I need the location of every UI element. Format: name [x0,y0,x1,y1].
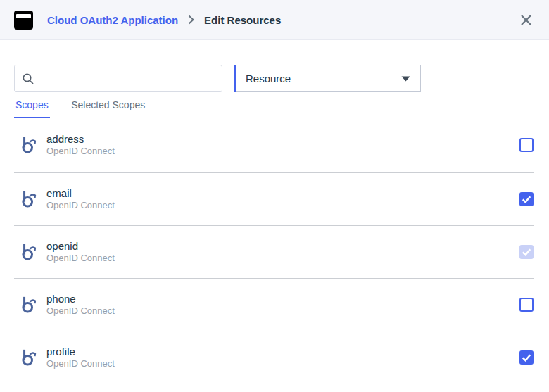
tabs-bar: Scopes Selected Scopes [14,99,534,118]
scope-row: email OpenID Connect [14,173,534,226]
resource-select-accent-bar [234,65,236,92]
scope-text: profile OpenID Connect [46,346,115,369]
search-box [14,65,222,92]
search-icon [22,72,34,85]
caret-down-icon [401,76,410,82]
scope-name: address [46,133,115,146]
scope-name: email [46,187,115,200]
scope-checkbox [519,245,534,259]
scope-name: profile [46,346,115,358]
page-title: Edit Resources [204,14,281,26]
scope-checkbox[interactable] [519,350,534,365]
resource-select[interactable]: Resource [234,65,421,92]
scope-text: phone OpenID Connect [46,293,115,317]
scope-provider: OpenID Connect [46,305,115,317]
scope-checkbox[interactable] [519,298,534,312]
scope-text: openid OpenID Connect [46,240,115,264]
app-window-icon-bar [16,14,31,18]
scope-name: openid [46,240,115,253]
tab-selected-scopes[interactable]: Selected Scopes [70,99,146,118]
close-button[interactable] [517,11,535,29]
dialog-header: Cloud OAuth2 Application Edit Resources [0,0,549,40]
scopes-list: address OpenID Connect email OpenID Conn… [14,117,534,384]
openid-connect-icon [20,189,39,209]
edit-resources-dialog: Cloud OAuth2 Application Edit Resources … [0,0,549,392]
scope-row: address OpenID Connect [14,117,534,173]
openid-connect-icon [20,295,39,315]
resource-select-value: Resource [246,72,291,84]
checkmark-icon [522,195,531,203]
scope-provider: OpenID Connect [46,253,115,264]
scope-row: openid OpenID Connect [14,226,534,279]
openid-connect-icon [20,242,39,262]
breadcrumb-app-link[interactable]: Cloud OAuth2 Application [47,14,178,26]
scope-text: email OpenID Connect [46,187,115,211]
search-input[interactable] [40,73,215,84]
close-icon [520,14,532,26]
scope-checkbox[interactable] [519,192,534,206]
scope-provider: OpenID Connect [46,358,115,369]
scope-row: phone OpenID Connect [14,279,534,331]
scope-provider: OpenID Connect [46,200,115,211]
app-window-icon [14,11,33,30]
scope-row: profile OpenID Connect [14,331,534,384]
tab-scopes[interactable]: Scopes [14,99,50,118]
checkmark-icon [522,353,531,362]
scope-checkbox[interactable] [519,138,534,152]
scope-provider: OpenID Connect [46,146,115,157]
checkmark-icon [522,248,531,256]
scope-text: address OpenID Connect [46,133,115,157]
scope-name: phone [46,293,115,305]
openid-connect-icon [20,135,39,155]
openid-connect-icon [20,348,39,367]
chevron-right-icon [188,15,194,25]
toolbar: Resource [14,65,535,92]
